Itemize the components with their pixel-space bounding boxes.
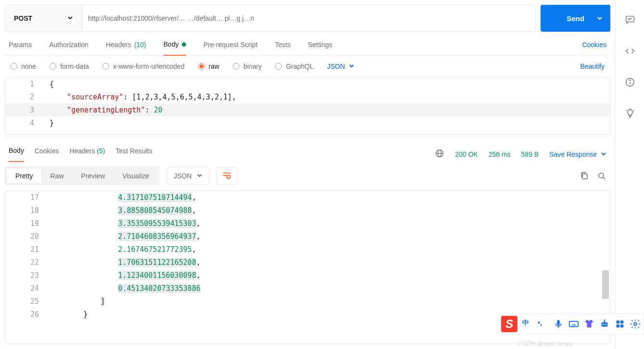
response-line: 19 3.3535095539415303, xyxy=(5,217,610,230)
body-type-row: none form-data x-www-form-urlencoded raw… xyxy=(5,56,610,77)
beautify-button[interactable]: Beautify xyxy=(580,62,605,70)
shirt-icon[interactable] xyxy=(584,319,594,329)
ime-lang-icon[interactable]: 中 xyxy=(522,319,533,329)
svg-rect-30 xyxy=(617,324,619,327)
save-response-button[interactable]: Save Response xyxy=(549,150,606,158)
grid-icon[interactable] xyxy=(615,319,625,329)
sogou-icon[interactable]: S xyxy=(501,316,518,332)
keyboard-icon[interactable] xyxy=(568,319,579,329)
svg-point-24 xyxy=(603,324,604,325)
lightbulb-icon[interactable] xyxy=(625,108,635,120)
gear-icon[interactable] xyxy=(630,319,641,329)
svg-rect-16 xyxy=(557,320,560,325)
svg-rect-29 xyxy=(620,321,623,324)
chevron-down-icon xyxy=(67,14,73,22)
body-type-formdata[interactable]: form-data xyxy=(50,62,89,70)
body-format-select[interactable]: JSON xyxy=(327,62,354,70)
body-type-xform[interactable]: x-www-form-urlencoded xyxy=(102,62,185,70)
robot-icon[interactable] xyxy=(599,319,610,329)
chevron-down-icon[interactable] xyxy=(597,14,603,23)
svg-rect-31 xyxy=(620,324,623,327)
http-method-select[interactable]: POST xyxy=(5,5,82,31)
svg-point-12 xyxy=(630,80,630,80)
mic-icon[interactable] xyxy=(553,319,564,329)
method-label: POST xyxy=(14,14,32,22)
response-line: 22 1.7063151122165208, xyxy=(5,256,610,269)
response-line: 23 1.1234001156030098, xyxy=(5,269,610,282)
svg-point-32 xyxy=(634,323,637,325)
svg-point-27 xyxy=(604,319,606,321)
svg-rect-7 xyxy=(626,16,634,22)
copy-icon[interactable] xyxy=(576,167,593,185)
ime-toolbar: S 中 •, xyxy=(498,313,644,335)
globe-icon[interactable] xyxy=(435,149,444,160)
right-sidebar xyxy=(615,0,644,349)
body-type-none[interactable]: none xyxy=(11,62,36,70)
request-tabs: Params Authorization Headers (10) Body P… xyxy=(5,32,610,56)
resp-tab-testresults[interactable]: Test Results xyxy=(115,147,152,162)
wrap-lines-button[interactable] xyxy=(216,167,238,185)
svg-rect-28 xyxy=(617,321,619,324)
code-icon[interactable] xyxy=(625,46,635,58)
view-preview[interactable]: Preview xyxy=(73,168,114,184)
body-type-graphql[interactable]: GraphQL xyxy=(275,62,314,70)
svg-line-15 xyxy=(633,111,634,111)
tab-body[interactable]: Body xyxy=(164,40,186,56)
send-label: Send xyxy=(567,14,584,23)
response-line: 21 2.167467521772395, xyxy=(5,243,610,256)
cookies-link[interactable]: Cookies xyxy=(582,41,606,55)
send-button[interactable]: Send xyxy=(541,5,610,32)
svg-line-14 xyxy=(625,111,626,111)
method-url-container: POST http://localhost:21000/rfserver/… …… xyxy=(5,5,536,32)
response-line: 24 0.45134020733353886 xyxy=(5,282,610,295)
headers-count: (10) xyxy=(134,41,146,49)
status-time: 256 ms xyxy=(489,150,511,158)
search-icon[interactable] xyxy=(593,167,610,185)
view-raw[interactable]: Raw xyxy=(42,168,73,184)
tab-headers[interactable]: Headers (10) xyxy=(106,41,146,55)
response-header: Body Cookies Headers (5) Test Results 20… xyxy=(5,137,610,162)
info-icon[interactable] xyxy=(625,77,635,89)
response-line: 17 4.317107510714494, xyxy=(5,191,610,204)
body-type-raw[interactable]: raw xyxy=(198,62,220,70)
url-input[interactable]: http://localhost:21000/rfserver/… …/defa… xyxy=(82,5,535,31)
body-type-binary[interactable]: binary xyxy=(233,62,262,70)
tab-tests[interactable]: Tests xyxy=(275,41,291,55)
body-indicator-dot xyxy=(182,42,186,47)
chevron-down-icon xyxy=(197,172,202,180)
response-line: 25 ] xyxy=(5,295,610,308)
view-visualize[interactable]: Visualize xyxy=(114,168,158,184)
response-line: 18 3.885808545074988, xyxy=(5,204,610,217)
status-code: 200 OK xyxy=(455,150,478,158)
tab-authorization[interactable]: Authorization xyxy=(49,41,88,55)
svg-rect-4 xyxy=(582,174,587,179)
response-toolbar: Pretty Raw Preview Visualize JSON xyxy=(5,162,610,190)
svg-rect-23 xyxy=(602,322,608,326)
request-body-editor[interactable]: 1{ 2 "sourceArray": [1,2,3,4,5,6,5,4,3,2… xyxy=(5,77,610,135)
svg-point-25 xyxy=(605,324,606,325)
ime-punct-icon[interactable]: •, xyxy=(538,319,548,329)
resp-tab-headers[interactable]: Headers (5) xyxy=(70,147,105,162)
resp-tab-cookies[interactable]: Cookies xyxy=(35,147,59,162)
tab-settings[interactable]: Settings xyxy=(308,41,332,55)
chevron-down-icon xyxy=(349,62,354,70)
svg-line-6 xyxy=(603,177,605,179)
response-line: 20 2.7104608356964937, xyxy=(5,230,610,243)
resp-tab-body[interactable]: Body xyxy=(9,147,24,162)
view-pretty[interactable]: Pretty xyxy=(7,168,42,184)
chevron-down-icon xyxy=(601,150,606,158)
svg-point-5 xyxy=(599,173,604,178)
watermark: CSDN @sout-lanys xyxy=(518,340,572,347)
comments-icon[interactable] xyxy=(625,14,635,26)
status-size: 589 B xyxy=(521,150,539,158)
tab-params[interactable]: Params xyxy=(9,41,32,55)
tab-prerequest[interactable]: Pre-request Script xyxy=(203,41,258,55)
response-format-select[interactable]: JSON xyxy=(166,167,209,185)
svg-rect-17 xyxy=(569,322,578,327)
